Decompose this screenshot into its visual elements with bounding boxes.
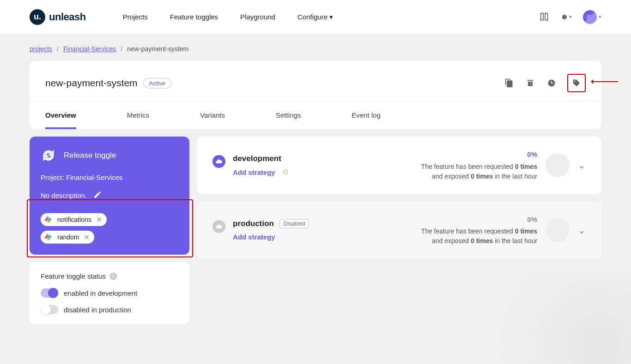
release-card: Release toggle Project: Financial-Servic… [30, 137, 189, 255]
status-card: Feature toggle status i enabled in devel… [30, 262, 189, 324]
archive-icon[interactable] [525, 78, 536, 89]
toggle-production[interactable] [41, 305, 58, 314]
slack-icon [43, 215, 53, 224]
release-icon [41, 148, 56, 163]
breadcrumb: projects / Financial-Services / new-paym… [0, 34, 631, 61]
avatar-icon [583, 10, 597, 24]
history-icon[interactable] [546, 78, 557, 89]
nav-configure[interactable]: Configure ▾ [297, 13, 333, 21]
expand-icon[interactable]: ⌄ [578, 160, 586, 171]
breadcrumb-projects[interactable]: projects [30, 45, 52, 53]
panel-header: new-payment-system Active [30, 61, 601, 101]
toggle-development[interactable] [41, 288, 58, 298]
breadcrumb-current: new-payment-system [127, 45, 188, 53]
env-card-production: production Disabled Add strategy 0% The … [197, 202, 601, 259]
metric-circle [546, 153, 570, 177]
tag-label: notifications [57, 216, 91, 223]
add-strategy-button[interactable]: Add strategy [233, 233, 309, 241]
env-card-development: development Add strategy 0% The feat [197, 137, 601, 194]
info-icon[interactable]: i [109, 273, 117, 280]
logo-icon: u. [30, 9, 45, 25]
tabs: Overview Metrics Variants Settings Event… [30, 101, 601, 129]
nav-projects[interactable]: Projects [123, 13, 148, 21]
nav-playground[interactable]: Playground [240, 13, 275, 21]
nav-right: ▾ ▾ [539, 10, 601, 24]
project-line: Project: Financial-Services [41, 173, 178, 181]
breadcrumb-project-name[interactable]: Financial-Services [63, 45, 116, 53]
tag-icon[interactable] [571, 78, 582, 89]
tab-overview[interactable]: Overview [45, 101, 95, 129]
breadcrumb-sep: / [121, 45, 122, 53]
tag-remove-icon[interactable]: ✕ [84, 233, 90, 242]
tab-settings[interactable]: Settings [276, 101, 319, 129]
env-name: development [233, 154, 281, 163]
tab-metrics[interactable]: Metrics [127, 101, 168, 129]
metric-circle [546, 218, 570, 242]
status-label: disabled in production [64, 306, 131, 314]
tag-chip-random: random ✕ [41, 231, 94, 244]
user-menu[interactable]: ▾ [583, 10, 601, 24]
power-icon [282, 168, 289, 177]
slack-icon [43, 233, 53, 242]
nav-links: Projects Feature toggles Playground Conf… [123, 13, 539, 21]
disabled-badge: Disabled [279, 219, 309, 228]
top-navigation: u. unleash Projects Feature toggles Play… [0, 0, 631, 34]
tab-variants[interactable]: Variants [200, 101, 243, 129]
tag-remove-icon[interactable]: ✕ [96, 215, 102, 224]
logo-text: unleash [49, 11, 86, 23]
tab-event-log[interactable]: Event log [352, 101, 399, 129]
release-title: Release toggle [64, 151, 116, 160]
annotation-arrow [592, 81, 618, 82]
tag-button-highlight [567, 74, 586, 92]
env-stats-text: 0% The feature has been requested 0 time… [421, 149, 537, 181]
header-actions [504, 74, 586, 92]
svg-point-1 [574, 81, 576, 82]
chevron-down-icon: ▾ [599, 14, 601, 20]
status-row-production: disabled in production [41, 305, 178, 314]
cloud-icon [212, 155, 225, 168]
cloud-icon [212, 220, 225, 233]
env-stats-text: 0% The feature has been requested 0 time… [421, 215, 537, 246]
logo[interactable]: u. unleash [30, 9, 86, 25]
edit-icon[interactable] [93, 191, 102, 200]
tag-chip-notifications: notifications ✕ [41, 213, 107, 226]
copy-icon[interactable] [504, 78, 515, 89]
status-label: enabled in development [64, 289, 137, 297]
docs-icon[interactable] [539, 12, 550, 23]
status-title: Feature toggle status i [41, 272, 178, 280]
nav-configure-label: Configure [297, 13, 328, 21]
settings-icon[interactable]: ▾ [561, 12, 572, 23]
tag-label: random [57, 233, 79, 241]
status-row-development: enabled in development [41, 288, 178, 298]
breadcrumb-sep: / [57, 45, 59, 53]
feature-name: new-payment-system [45, 78, 138, 89]
env-name: production [233, 219, 274, 228]
percent-value: 0% [421, 149, 537, 160]
percent-value: 0% [421, 215, 537, 225]
status-badge: Active [143, 78, 171, 89]
add-strategy-button[interactable]: Add strategy [233, 168, 289, 177]
feature-panel: new-payment-system Active [30, 61, 601, 129]
nav-feature-toggles[interactable]: Feature toggles [170, 13, 218, 21]
tags-area: notifications ✕ random ✕ [41, 213, 178, 244]
expand-icon[interactable]: ⌄ [578, 225, 586, 236]
description-text: No description. [41, 191, 87, 199]
description-line: No description. [41, 191, 178, 200]
chevron-down-icon: ▾ [329, 13, 333, 21]
